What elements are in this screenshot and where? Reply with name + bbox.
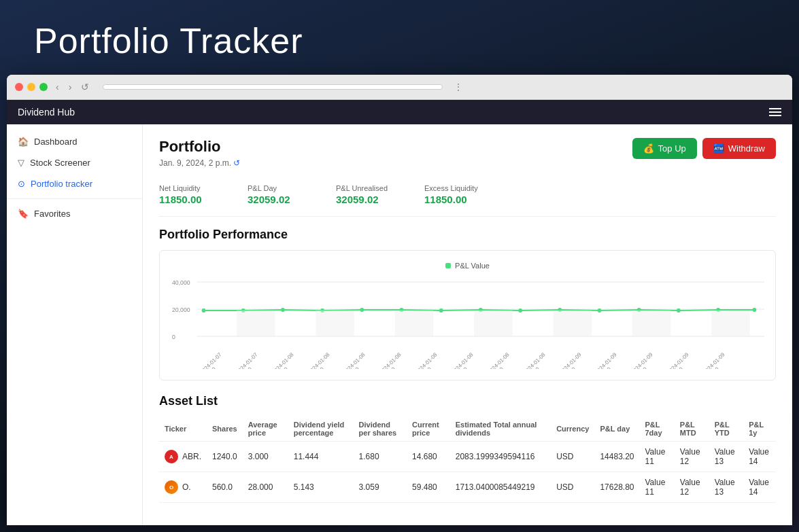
o-pnl-mtd: Value 12 <box>675 472 709 503</box>
col-current-price: Current price <box>407 416 450 442</box>
forward-icon[interactable]: › <box>66 80 75 94</box>
portfolio-date: Jan. 9, 2024, 2 p.m. ↺ <box>159 158 240 168</box>
traffic-lights <box>15 83 48 91</box>
x-label-5: 2024-01-08 11:00 <box>379 353 413 369</box>
hero-section: Portfolio Tracker <box>0 0 799 75</box>
x-label-2: 2024-01-08 02:00 <box>271 353 305 369</box>
action-buttons: 💰 Top Up 🏧 Withdraw <box>632 138 776 159</box>
bookmark-icon: 🔖 <box>18 209 29 219</box>
abr-ticker-label: ABR. <box>182 452 201 461</box>
performance-chart: 40,000 20,000 0 <box>171 275 764 350</box>
abr-currency: USD <box>551 442 594 472</box>
o-ticker-label: O. <box>182 482 191 492</box>
app-header: Dividend Hub <box>7 100 792 124</box>
svg-point-18 <box>677 308 681 313</box>
sidebar: 🏠 Dashboard ▽ Stock Screener ⊙ Portfolio… <box>7 124 143 525</box>
asset-table-body: A ABR. 1240.0 3.000 11.444 1.680 14.680 … <box>159 442 776 503</box>
net-liquidity-label: Net Liquidity <box>159 184 227 192</box>
svg-point-14 <box>518 308 522 313</box>
minimize-button[interactable] <box>27 83 35 91</box>
col-pnl-1y: P&L 1y <box>743 416 776 442</box>
sidebar-item-favorites[interactable]: 🔖 Favorites <box>7 203 142 224</box>
abr-pnl-ytd: Value 13 <box>709 442 743 472</box>
stat-pnl-day: P&L Day 32059.02 <box>248 184 316 205</box>
col-div-yield: Dividend yield percentage <box>288 416 354 442</box>
ticker-o: O O. <box>159 472 207 503</box>
col-ticker: Ticker <box>159 416 207 442</box>
svg-point-20 <box>753 308 757 312</box>
topup-label: Top Up <box>658 143 686 154</box>
performance-title: Portfolio Performance <box>159 228 776 242</box>
col-est-annual-div: Estimated Total annual dividends <box>450 416 551 442</box>
back-icon[interactable]: ‹ <box>53 80 62 94</box>
sidebar-label-stock-screener: Stock Screener <box>30 158 90 168</box>
x-label-11: 2024-01-09 05:00 <box>594 353 628 369</box>
svg-rect-22 <box>316 311 354 336</box>
browser-menu-icon[interactable]: ⋮ <box>454 82 463 92</box>
x-label-8: 2024-01-08 20:00 <box>486 353 520 369</box>
o-avg-price: 28.000 <box>243 472 288 503</box>
excess-liquidity-label: Excess Liquidity <box>424 184 492 192</box>
topup-icon: 💰 <box>643 143 654 154</box>
svg-point-10 <box>360 308 364 312</box>
chart-legend: P&L Value <box>171 262 764 270</box>
table-row: O O. 560.0 28.000 5.143 3.059 59.480 171… <box>159 472 776 503</box>
address-bar[interactable] <box>103 84 443 90</box>
refresh-date-icon[interactable]: ↺ <box>233 158 240 168</box>
o-est-annual-div: 1713.0400085449219 <box>450 472 551 503</box>
svg-rect-27 <box>711 311 749 336</box>
col-avg-price: Average price <box>243 416 288 442</box>
svg-rect-26 <box>632 311 670 336</box>
hero-title: Portfolio Tracker <box>34 20 765 61</box>
pnl-unrealised-label: P&L Unrealised <box>336 184 404 192</box>
svg-rect-23 <box>395 311 433 336</box>
x-label-12: 2024-01-09 08:00 <box>630 353 664 369</box>
portfolio-icon: ⊙ <box>18 179 25 189</box>
x-label-6: 2024-01-08 14:00 <box>415 353 449 369</box>
col-shares: Shares <box>207 416 243 442</box>
pnl-day-value: 32059.02 <box>248 194 316 205</box>
sidebar-label-portfolio-tracker: Portfolio tracker <box>31 179 92 189</box>
sidebar-label-dashboard: Dashboard <box>34 137 78 147</box>
o-pnl-day: 17628.80 <box>594 472 639 503</box>
portfolio-title: Portfolio <box>159 138 240 156</box>
portfolio-header: Portfolio Jan. 9, 2024, 2 p.m. ↺ 💰 Top U… <box>159 138 776 168</box>
o-currency: USD <box>551 472 594 503</box>
o-shares: 560.0 <box>207 472 243 503</box>
abr-current-price: 14.680 <box>407 442 450 472</box>
withdraw-icon: 🏧 <box>713 143 724 154</box>
refresh-icon[interactable]: ↺ <box>78 80 92 94</box>
browser-window: ‹ › ↺ ⋮ Dividend Hub 🏠 Dashboard ▽ <box>7 75 792 525</box>
abr-pnl-7day: Value 11 <box>640 442 675 472</box>
legend-dot-icon <box>445 263 451 268</box>
legend-label: P&L Value <box>455 262 490 270</box>
stat-net-liquidity: Net Liquidity 11850.00 <box>159 184 227 205</box>
x-label-3: 2024-01-08 05:00 <box>307 353 341 369</box>
o-div-per-share: 3.059 <box>354 472 407 503</box>
stats-bar: Net Liquidity 11850.00 P&L Day 32059.02 … <box>159 179 776 205</box>
svg-rect-24 <box>474 311 512 336</box>
sidebar-item-stock-screener[interactable]: ▽ Stock Screener <box>7 152 142 173</box>
o-pnl-ytd: Value 13 <box>709 472 743 503</box>
topup-button[interactable]: 💰 Top Up <box>632 138 697 159</box>
withdraw-button[interactable]: 🏧 Withdraw <box>702 138 776 159</box>
svg-point-8 <box>281 308 285 312</box>
maximize-button[interactable] <box>39 83 48 91</box>
sidebar-item-dashboard[interactable]: 🏠 Dashboard <box>7 131 142 152</box>
asset-section: Asset List Ticker Shares Average price D… <box>159 394 776 503</box>
portfolio-title-group: Portfolio Jan. 9, 2024, 2 p.m. ↺ <box>159 138 240 168</box>
close-button[interactable] <box>15 83 23 91</box>
col-pnl-7day: P&L 7day <box>640 416 675 442</box>
hamburger-menu[interactable] <box>769 108 781 116</box>
app-brand: Dividend Hub <box>18 107 75 118</box>
sidebar-item-portfolio-tracker[interactable]: ⊙ Portfolio tracker <box>7 173 142 194</box>
home-icon: 🏠 <box>18 137 29 147</box>
x-label-9: 2024-01-08 23:00 <box>522 353 556 369</box>
pnl-unrealised-value: 32059.02 <box>336 194 404 205</box>
abr-pnl-1y: Value 14 <box>743 442 776 472</box>
app-body: 🏠 Dashboard ▽ Stock Screener ⊙ Portfolio… <box>7 124 792 525</box>
svg-text:0: 0 <box>172 334 175 340</box>
asset-table-header: Ticker Shares Average price Dividend yie… <box>159 416 776 442</box>
o-icon: O <box>165 480 178 494</box>
abr-pnl-day: 14483.20 <box>594 442 639 472</box>
